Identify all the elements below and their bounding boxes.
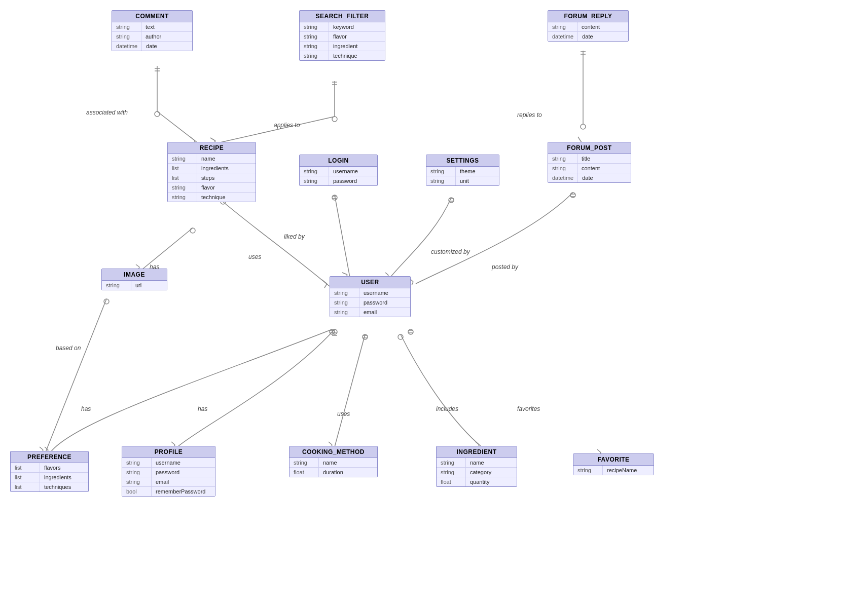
svg-line-25: [335, 195, 350, 277]
svg-line-55: [171, 442, 175, 445]
svg-point-49: [330, 329, 335, 334]
entity-cooking-method-header: COOKING_METHOD: [290, 446, 377, 458]
entity-recipe-row-technique: string technique: [168, 193, 256, 202]
entity-comment-row-date: datetime date: [112, 42, 192, 51]
entity-image: IMAGE string url: [101, 269, 167, 290]
entity-profile-header: PROFILE: [122, 446, 215, 458]
entity-ingredient-header: INGREDIENT: [437, 446, 517, 458]
entity-forum-post: FORUM_POST string title string content d…: [548, 142, 631, 183]
diagram-canvas: COMMENT string text string author dateti…: [0, 0, 868, 608]
entity-search-filter-row-flavor: string flavor: [300, 32, 385, 42]
svg-point-46: [104, 299, 109, 304]
entity-recipe-row-name: string name: [168, 154, 256, 164]
label-customized-by: customized by: [431, 248, 470, 255]
entity-profile: PROFILE string username string password …: [122, 446, 215, 497]
svg-point-2: [155, 111, 160, 117]
entity-cooking-method-row-name: string name: [290, 458, 377, 468]
svg-line-38: [412, 282, 413, 285]
entity-cooking-method-row-duration: float duration: [290, 468, 377, 477]
svg-line-8: [218, 117, 335, 143]
entity-settings: SETTINGS string theme string unit: [426, 155, 499, 186]
entity-user-row-password: string password: [330, 298, 410, 308]
label-has-image: has: [150, 263, 159, 271]
entity-search-filter-row-ingredient: string ingredient: [300, 42, 385, 51]
entity-login-header: LOGIN: [300, 155, 377, 167]
label-favorites: favorites: [517, 405, 540, 412]
svg-line-32: [385, 273, 388, 275]
entity-profile-row-username: string username: [122, 458, 215, 468]
entity-profile-row-password: string password: [122, 468, 215, 477]
label-has-preference: has: [81, 405, 91, 412]
entity-forum-reply-header: FORUM_REPLY: [548, 11, 628, 22]
svg-line-59: [335, 334, 365, 447]
svg-line-43: [136, 264, 139, 267]
label-based-on: based on: [56, 345, 81, 352]
label-uses-cooking: uses: [337, 410, 350, 417]
svg-point-54: [332, 329, 337, 334]
entity-favorite-row-recipename: string recipeName: [573, 466, 654, 475]
svg-line-45: [46, 299, 106, 452]
entity-preference-header: PREFERENCE: [11, 451, 88, 463]
svg-line-61: [329, 442, 332, 445]
entity-recipe-header: RECIPE: [168, 142, 256, 154]
svg-line-16: [578, 137, 581, 141]
entity-search-filter-row-technique: string technique: [300, 51, 385, 60]
entity-forum-post-row-date: datetime date: [548, 173, 631, 182]
entity-profile-row-remember: bool rememberPassword: [122, 487, 215, 496]
svg-point-15: [581, 124, 586, 129]
svg-line-22: [324, 284, 327, 288]
entity-user-header: USER: [330, 277, 410, 288]
label-replies-to: replies to: [517, 111, 542, 119]
entity-login-row-password: string password: [300, 176, 377, 185]
entity-search-filter-header: SEARCH_FILTER: [300, 11, 385, 22]
svg-line-66: [476, 442, 479, 445]
entity-image-header: IMAGE: [102, 269, 167, 281]
entity-ingredient-row-quantity: float quantity: [437, 477, 517, 486]
svg-line-1: [157, 111, 198, 143]
entity-ingredient-row-name: string name: [437, 458, 517, 468]
svg-point-26: [332, 195, 337, 200]
entity-comment-header: COMMENT: [112, 11, 192, 22]
entity-preference-row-ingredients: list ingredients: [11, 473, 88, 482]
entity-image-row-url: string url: [102, 281, 167, 290]
entity-preference: PREFERENCE list flavors list ingredients…: [10, 451, 89, 492]
svg-line-10: [210, 138, 215, 141]
label-liked-by: liked by: [284, 233, 305, 240]
entity-settings-row-theme: string theme: [426, 167, 499, 176]
entity-comment: COMMENT string text string author dateti…: [112, 10, 193, 51]
label-posted-by: posted by: [492, 263, 518, 271]
label-includes: includes: [436, 405, 458, 412]
entity-profile-row-email: string email: [122, 477, 215, 487]
entity-comment-row-text: string text: [112, 22, 192, 32]
entity-favorite-header: FAVORITE: [573, 454, 654, 466]
entity-comment-row-author: string author: [112, 32, 192, 42]
entity-recipe: RECIPE string name list ingredients list…: [167, 142, 256, 202]
svg-line-69: [597, 449, 601, 452]
svg-point-65: [398, 334, 403, 339]
entity-search-filter: SEARCH_FILTER string keyword string flav…: [299, 10, 385, 61]
entity-user-row-username: string username: [330, 288, 410, 298]
svg-line-3: [190, 137, 195, 141]
entity-login-row-username: string username: [300, 167, 377, 176]
svg-point-31: [449, 198, 454, 203]
entity-forum-post-row-content: string content: [548, 164, 631, 173]
svg-line-47: [40, 447, 43, 450]
entity-settings-row-unit: string unit: [426, 176, 499, 185]
svg-point-36: [570, 193, 575, 198]
entity-settings-header: SETTINGS: [426, 155, 499, 167]
label-uses-login: uses: [248, 253, 261, 260]
svg-line-21: [322, 280, 327, 284]
entity-preference-row-techniques: list techniques: [11, 482, 88, 491]
entity-recipe-row-ingredients: list ingredients: [168, 164, 256, 173]
entity-forum-reply-row-content: string content: [548, 22, 628, 32]
svg-line-50: [45, 447, 48, 450]
entity-user-row-email: string email: [330, 308, 410, 317]
entity-forum-post-row-title: string title: [548, 154, 631, 164]
entity-ingredient: INGREDIENT string name string category f…: [436, 446, 517, 487]
svg-point-42: [190, 228, 195, 233]
entity-login: LOGIN string username string password: [299, 155, 378, 186]
entity-favorite: FAVORITE string recipeName: [573, 453, 654, 475]
entity-preference-row-flavors: list flavors: [11, 463, 88, 473]
svg-point-68: [408, 329, 413, 334]
entity-search-filter-row-keyword: string keyword: [300, 22, 385, 32]
